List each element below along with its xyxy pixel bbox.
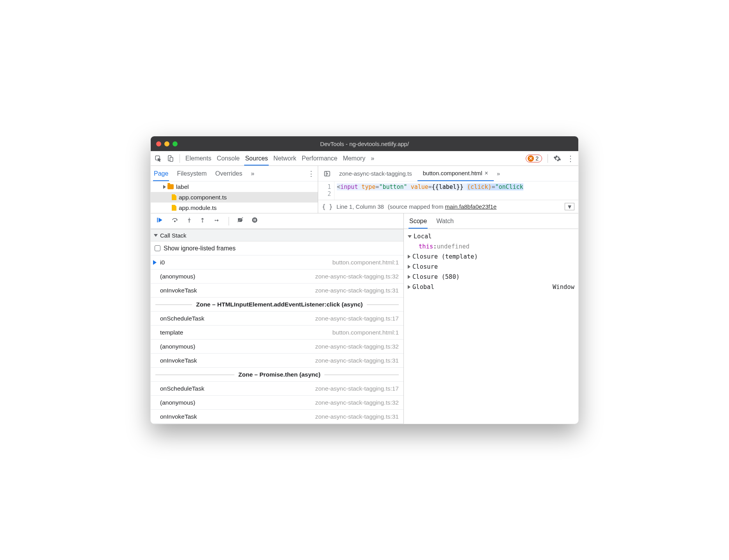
step-over-icon[interactable]: [171, 217, 179, 225]
navigator-pane: Page Filesystem Overrides » ⋮ labelapp.c…: [151, 166, 318, 213]
separator: [180, 154, 180, 163]
separator: [548, 154, 548, 163]
async-boundary: Zone – HTMLInputElement.addEventListener…: [151, 298, 403, 312]
callstack-header[interactable]: Call Stack: [151, 229, 403, 241]
nav-tab-filesystem[interactable]: Filesystem: [177, 170, 206, 177]
tab-sources[interactable]: Sources: [245, 155, 268, 162]
main-toolbar: Elements Console Sources Network Perform…: [151, 151, 578, 166]
stack-frame[interactable]: i0button.component.html:1: [151, 255, 403, 269]
chevron-right-icon: [408, 275, 410, 279]
debugger-toolbar: [151, 213, 403, 229]
tab-memory[interactable]: Memory: [343, 155, 365, 162]
scope-this[interactable]: this: undefined: [408, 241, 574, 252]
scope-closure[interactable]: Closure: [408, 262, 574, 272]
stack-frame[interactable]: onScheduleTaskzone-async-stack-tagging.t…: [151, 312, 403, 326]
chevron-right-icon: [163, 185, 166, 189]
step-into-icon[interactable]: [187, 217, 192, 225]
separator: [229, 217, 229, 225]
debugger-pane: Call Stack Show ignore-listed frames i0b…: [151, 213, 578, 424]
file-label: label: [176, 183, 189, 190]
scope-closure-template[interactable]: Closure (template): [408, 252, 574, 262]
editor-tab-button[interactable]: button.component.html ×: [417, 166, 494, 181]
debugger-left: Call Stack Show ignore-listed frames i0b…: [151, 213, 404, 424]
chevron-right-icon: [408, 285, 410, 289]
editor-pane: zone-async-stack-tagging.ts button.compo…: [318, 166, 578, 213]
stack-frame[interactable]: onInvokeTaskzone-async-stack-tagging.ts:…: [151, 284, 403, 298]
file-icon: [172, 205, 176, 211]
source-map-link[interactable]: main.fa8bfa0e23f1e: [445, 203, 497, 210]
window-title: DevTools - ng-devtools.netlify.app/: [151, 141, 578, 147]
checkbox-icon[interactable]: [155, 245, 160, 251]
scope-global[interactable]: Global Window: [408, 282, 574, 292]
gutter: 1 2: [318, 181, 335, 200]
file-row[interactable]: app.component.ts: [151, 192, 318, 203]
scope-local[interactable]: Local: [408, 231, 574, 241]
resume-icon[interactable]: [156, 217, 163, 225]
stack-frame[interactable]: (anonymous)zone-async-stack-tagging.ts:3…: [151, 396, 403, 410]
editor-tab-zone[interactable]: zone-async-stack-tagging.ts: [334, 166, 417, 181]
nav-tab-page[interactable]: Page: [154, 170, 168, 177]
folder-icon: [167, 184, 174, 189]
chevron-down-icon: [154, 234, 158, 237]
deactivate-breakpoints-icon[interactable]: [237, 217, 244, 225]
scope-watch-tabs: Scope Watch: [404, 213, 578, 229]
code-editor[interactable]: 1 2 <input type="button" value={{label}}…: [318, 181, 578, 200]
devtools-window: DevTools - ng-devtools.netlify.app/ Elem…: [150, 136, 579, 424]
stack-frame[interactable]: (anonymous)zone-async-stack-tagging.ts:3…: [151, 340, 403, 354]
gear-icon[interactable]: [553, 155, 561, 162]
stack-frame[interactable]: onInvokeTaskzone-async-stack-tagging.ts:…: [151, 354, 403, 368]
kebab-icon[interactable]: ⋮: [308, 169, 315, 178]
stack-frame[interactable]: templatebutton.component.html:1: [151, 326, 403, 340]
pause-exceptions-icon[interactable]: [252, 217, 258, 225]
step-icon[interactable]: [213, 217, 221, 225]
tab-network[interactable]: Network: [273, 155, 296, 162]
kebab-icon[interactable]: ⋮: [567, 154, 574, 163]
file-label: app.component.ts: [179, 194, 227, 201]
svg-point-8: [202, 221, 203, 222]
chevron-right-icon: [408, 265, 410, 269]
error-icon: ✕: [528, 155, 534, 162]
show-ignored-checkbox-row[interactable]: Show ignore-listed frames: [151, 241, 403, 255]
navigator-tabs: Page Filesystem Overrides » ⋮: [151, 166, 318, 181]
error-badge[interactable]: ✕ 2: [526, 155, 542, 162]
nav-tab-overrides[interactable]: Overrides: [215, 170, 242, 177]
editor-status-bar: { } Line 1, Column 38 (source mapped fro…: [318, 200, 578, 213]
scope-global-value: Window: [553, 284, 574, 291]
svg-point-6: [174, 221, 176, 222]
tab-watch[interactable]: Watch: [436, 218, 454, 225]
titlebar: DevTools - ng-devtools.netlify.app/: [151, 136, 578, 151]
editor-tabs-overflow[interactable]: »: [494, 166, 503, 181]
close-tab-icon[interactable]: ×: [484, 170, 488, 177]
editor-tabs: zone-async-stack-tagging.ts button.compo…: [318, 166, 578, 181]
step-out-icon[interactable]: [200, 217, 205, 225]
stack-frame[interactable]: onInvokeTaskzone-async-stack-tagging.ts:…: [151, 410, 403, 424]
chevron-right-icon: [408, 255, 410, 259]
nav-tabs-overflow[interactable]: »: [251, 170, 254, 177]
file-row[interactable]: app.module.ts: [151, 203, 318, 213]
device-toggle-icon[interactable]: [167, 155, 174, 162]
scope-closure-580[interactable]: Closure (580): [408, 272, 574, 282]
chevron-down-icon: [408, 235, 412, 238]
sidebar-toggle-icon[interactable]: [320, 170, 334, 177]
stack-frame[interactable]: onScheduleTaskzone-async-stack-tagging.t…: [151, 382, 403, 396]
file-icon: [172, 194, 176, 200]
debugger-right: Scope Watch Local this: undefined Closur…: [404, 213, 578, 424]
dropdown-icon[interactable]: ▼: [565, 203, 574, 210]
svg-point-9: [215, 220, 216, 221]
svg-rect-2: [170, 157, 173, 162]
tab-performance[interactable]: Performance: [302, 155, 338, 162]
tab-elements[interactable]: Elements: [185, 155, 211, 162]
tabs-overflow[interactable]: »: [371, 155, 374, 162]
folder-row[interactable]: label: [151, 181, 318, 192]
inspect-icon[interactable]: [155, 155, 162, 162]
tab-console[interactable]: Console: [217, 155, 240, 162]
svg-point-7: [189, 221, 190, 222]
file-tree[interactable]: labelapp.component.tsapp.module.tsenviro…: [151, 181, 318, 213]
scope-body: Local this: undefined Closure (template)…: [404, 229, 578, 294]
pretty-print-icon[interactable]: { }: [322, 203, 333, 210]
stack-frame[interactable]: (anonymous)zone-async-stack-tagging.ts:3…: [151, 269, 403, 284]
line-number: 1: [318, 183, 331, 190]
code-content[interactable]: <input type="button" value={{label}} (cl…: [335, 181, 578, 200]
tab-scope[interactable]: Scope: [409, 218, 427, 225]
svg-rect-14: [255, 219, 256, 222]
